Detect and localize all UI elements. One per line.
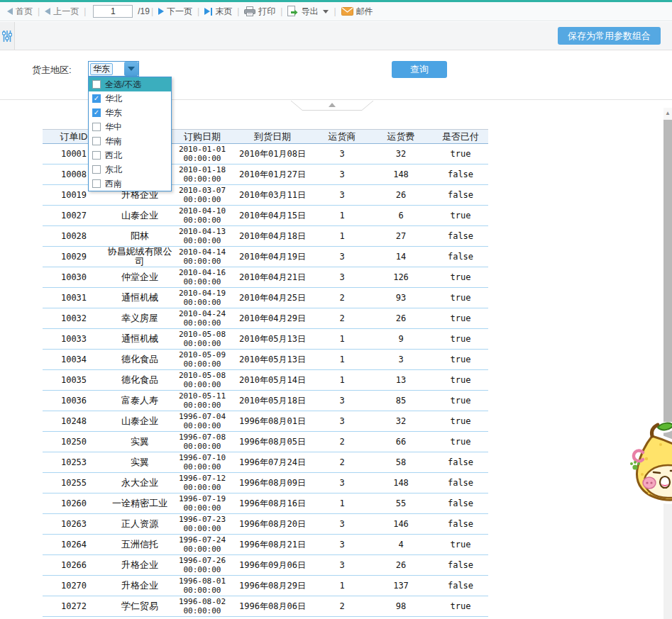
- checkbox-icon[interactable]: [92, 165, 101, 174]
- region-combobox-arrow-button[interactable]: [124, 62, 138, 76]
- parameter-toolbar: 保存为常用参数组合: [0, 22, 672, 50]
- table-cell: 2: [315, 313, 369, 323]
- table-cell: 富泰人寿: [105, 396, 175, 406]
- table-cell: 10260: [43, 498, 105, 508]
- toolbar-separator: |: [150, 6, 155, 16]
- save-param-combo-button[interactable]: 保存为常用参数组合: [558, 27, 661, 45]
- table-header-cell: 运货费: [369, 130, 433, 143]
- table-cell: 2010年04月21日: [230, 272, 315, 284]
- dropdown-item[interactable]: 东北: [89, 162, 171, 177]
- checkbox-icon[interactable]: [92, 179, 101, 188]
- table-cell: false: [433, 478, 488, 488]
- dropdown-item-label: 华中: [105, 121, 122, 133]
- table-row: 10263正人资源1996-07-2300:00:001996年08月20日31…: [43, 514, 488, 535]
- checkbox-icon[interactable]: [92, 80, 101, 89]
- prev-page-icon: [45, 8, 50, 15]
- table-cell: 146: [369, 519, 433, 529]
- table-cell: 2010年04月19日: [230, 251, 315, 263]
- panel-collapse-handle[interactable]: [291, 101, 373, 111]
- query-button[interactable]: 查询: [392, 61, 447, 78]
- table-cell: 正人资源: [105, 519, 175, 529]
- table-cell: true: [433, 334, 488, 344]
- region-combobox-text[interactable]: 华东: [89, 62, 124, 76]
- table-header-cell: 是否已付: [433, 130, 488, 143]
- dropdown-item[interactable]: ✓华北: [89, 91, 171, 106]
- region-dropdown: 全选/不选✓华北✓华东华中华南西北东北西南: [88, 77, 172, 191]
- region-combobox[interactable]: 华东: [88, 61, 139, 77]
- dropdown-item[interactable]: 华中: [89, 120, 171, 134]
- table-cell: 山泰企业: [105, 416, 175, 426]
- table-cell: 2010-04-1300:00:00: [175, 227, 230, 245]
- table-cell: 2010年05月13日: [230, 333, 315, 345]
- table-cell: true: [433, 313, 488, 323]
- table-cell: 2010-05-0800:00:00: [175, 371, 230, 389]
- table-cell: false: [433, 498, 488, 508]
- export-caret-icon: [323, 10, 329, 13]
- print-button[interactable]: 打印: [241, 6, 279, 18]
- table-cell: 32: [369, 149, 433, 159]
- next-page-icon: [158, 8, 164, 15]
- table-cell: 1: [315, 355, 369, 364]
- scroll-up-button[interactable]: ▲: [663, 108, 672, 119]
- table-cell: 2010年05月13日: [230, 354, 315, 366]
- table-cell: 2010-04-2400:00:00: [175, 309, 230, 328]
- table-cell: 1996-08-0100:00:00: [175, 576, 230, 595]
- checkbox-checked-icon[interactable]: ✓: [92, 94, 101, 103]
- last-page-button[interactable]: 末页: [201, 6, 236, 18]
- table-cell: 2010-05-0900:00:00: [175, 350, 230, 369]
- table-cell: 10250: [43, 437, 105, 447]
- vertical-scrollbar[interactable]: ▲: [663, 108, 672, 619]
- table-cell: false: [433, 560, 488, 570]
- table-cell: true: [433, 375, 488, 385]
- table-cell: 升格企业: [105, 581, 175, 591]
- parameter-panel-toggle[interactable]: [0, 22, 15, 50]
- export-button[interactable]: 导出: [284, 6, 332, 18]
- table-cell: 通恒机械: [105, 334, 175, 344]
- dropdown-item[interactable]: 华南: [89, 134, 171, 148]
- table-cell: 学仁贸易: [105, 601, 175, 611]
- checkbox-icon[interactable]: [92, 123, 101, 131]
- table-cell: false: [433, 519, 488, 529]
- dropdown-item-label: 华南: [105, 135, 122, 147]
- table-cell: 3: [315, 416, 369, 426]
- table-cell: 幸义房屋: [105, 313, 175, 323]
- table-cell: 10263: [43, 519, 105, 529]
- table-cell: 1996-07-2300:00:00: [175, 515, 230, 533]
- next-page-button[interactable]: 下一页: [155, 6, 196, 18]
- mail-label: 邮件: [356, 6, 373, 18]
- checkbox-icon[interactable]: [92, 137, 101, 145]
- dropdown-item[interactable]: 全选/不选: [89, 77, 171, 91]
- table-cell: 一诠精密工业: [105, 498, 175, 508]
- table-cell: 10029: [43, 252, 105, 262]
- page-number-input[interactable]: [93, 5, 133, 18]
- dropdown-item-label: 华东: [105, 107, 122, 119]
- table-cell: 10033: [43, 334, 105, 344]
- checkbox-checked-icon[interactable]: ✓: [92, 108, 101, 117]
- dropdown-item[interactable]: 西南: [89, 177, 171, 191]
- table-cell: false: [433, 457, 488, 467]
- table-cell: 2: [315, 293, 369, 303]
- scrollbar-thumb[interactable]: [663, 120, 672, 497]
- table-cell: 2: [315, 457, 369, 467]
- dropdown-item[interactable]: 西北: [89, 148, 171, 162]
- table-cell: 98: [369, 601, 433, 611]
- dropdown-item[interactable]: ✓华东: [89, 106, 171, 120]
- table-row: 10033通恒机械2010-05-0800:00:002010年05月13日19…: [43, 329, 488, 350]
- mail-button[interactable]: 邮件: [338, 6, 377, 18]
- dropdown-item-label: 东北: [105, 164, 122, 176]
- table-cell: 2010-01-0100:00:00: [175, 145, 230, 163]
- first-page-button[interactable]: 首页: [4, 6, 36, 18]
- table-cell: 1: [315, 375, 369, 385]
- table-cell: 仲堂企业: [105, 272, 175, 282]
- table-cell: 1996年08月20日: [230, 518, 315, 530]
- region-selected-value: 华东: [90, 63, 113, 75]
- table-cell: 2010年04月18日: [230, 230, 315, 242]
- table-cell: 10272: [43, 601, 105, 611]
- table-cell: 永大企业: [105, 478, 175, 488]
- table-cell: true: [433, 540, 488, 550]
- table-row: 10255永大企业1996-07-1200:00:001996年08月09日31…: [43, 473, 488, 493]
- checkbox-icon[interactable]: [92, 151, 101, 160]
- table-cell: 6: [369, 211, 433, 221]
- table-cell: 148: [369, 478, 433, 488]
- prev-page-button[interactable]: 上一页: [41, 6, 82, 18]
